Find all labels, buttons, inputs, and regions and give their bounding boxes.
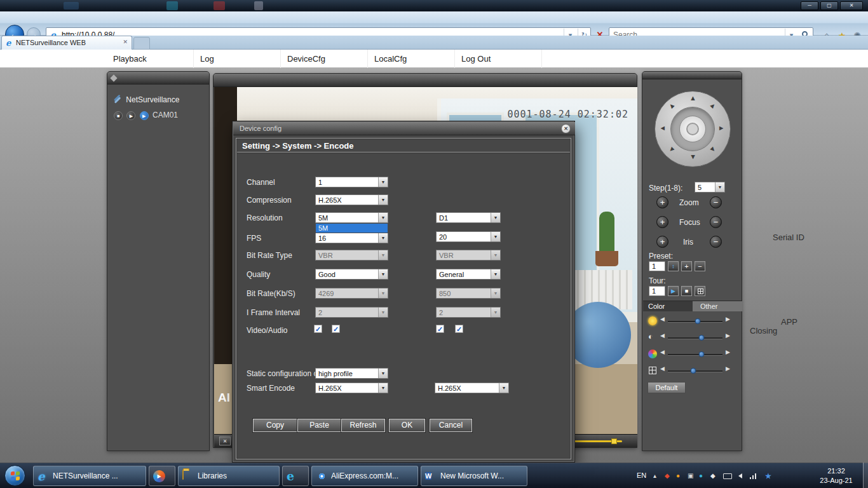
new-tab-button[interactable] xyxy=(133,37,150,50)
preset-goto-button[interactable]: ↕ xyxy=(668,261,679,271)
network-icon[interactable] xyxy=(750,473,757,479)
sharpness-slider[interactable] xyxy=(668,370,722,372)
fps-sub-select[interactable]: 20 ▼ xyxy=(436,231,501,242)
volume-slider[interactable] xyxy=(573,440,622,442)
tour-stop-button[interactable]: ■ xyxy=(681,286,692,296)
resolution-option-selected[interactable]: 5M xyxy=(316,224,388,233)
decrease-icon[interactable]: ◀ xyxy=(660,332,665,339)
combo-arrow-icon[interactable]: ▼ xyxy=(378,269,388,279)
combo-arrow-icon[interactable]: ▼ xyxy=(491,213,500,222)
menu-item-playback[interactable]: Playback xyxy=(107,50,194,68)
quality-select[interactable]: Good ▼ xyxy=(315,269,388,280)
resolution-select[interactable]: 5M ▼ xyxy=(315,212,388,223)
tour-play-button[interactable]: ▶ xyxy=(668,286,679,296)
menu-item-localcfg[interactable]: LocalCfg xyxy=(368,50,455,68)
ptz-up-icon[interactable]: ▲ xyxy=(689,94,696,102)
combo-arrow-icon[interactable]: ▼ xyxy=(715,182,724,192)
channel-select[interactable]: 1 ▼ xyxy=(315,177,388,187)
tray-icon-red[interactable]: ◆ xyxy=(665,472,670,479)
keyboard-icon[interactable] xyxy=(723,473,732,479)
saturation-knob[interactable] xyxy=(699,351,705,357)
taskbar-mediaplayer-button[interactable]: ▶ xyxy=(149,466,175,486)
focus-in-button[interactable]: + xyxy=(656,216,668,228)
increase-icon[interactable]: ▶ xyxy=(726,332,730,339)
menu-item-log[interactable]: Log xyxy=(194,50,281,68)
taskbar-libraries-window[interactable]: Libraries xyxy=(178,466,280,486)
decrease-icon[interactable]: ◀ xyxy=(660,316,665,322)
iris-close-button[interactable]: − xyxy=(710,236,722,248)
volume-slider-knob[interactable] xyxy=(611,438,617,444)
increase-icon[interactable]: ▶ xyxy=(726,316,730,322)
compression-select[interactable]: H.265X ▼ xyxy=(315,194,388,205)
copy-button[interactable]: Copy xyxy=(253,419,297,432)
brightness-slider[interactable] xyxy=(668,321,722,322)
menu-item-logout[interactable]: Log Out xyxy=(455,50,542,68)
increase-icon[interactable]: ▶ xyxy=(726,365,730,372)
taskbar-word-window[interactable]: W New Microsoft W... xyxy=(421,466,527,486)
start-button[interactable] xyxy=(4,465,25,486)
ptz-left-icon[interactable]: ▲ xyxy=(658,125,666,132)
show-desktop-button[interactable] xyxy=(863,463,868,488)
combo-arrow-icon[interactable]: ▼ xyxy=(378,213,388,222)
contrast-slider[interactable] xyxy=(668,337,722,339)
decrease-icon[interactable]: ◀ xyxy=(660,349,665,355)
iris-open-button[interactable]: + xyxy=(656,236,668,248)
refresh-button[interactable]: Refresh xyxy=(341,419,385,432)
tour-input[interactable]: 1 xyxy=(649,286,665,296)
ptz-downleft-icon[interactable]: ▲ xyxy=(666,145,676,155)
tab-close-icon[interactable]: ✕ xyxy=(123,39,128,45)
video-close-button[interactable]: ✕ xyxy=(219,437,231,445)
camera-stream-icon[interactable]: ▶ xyxy=(140,111,149,120)
dialog-close-button[interactable]: ✕ xyxy=(561,124,571,133)
volume-icon[interactable] xyxy=(738,473,742,478)
ptz-downright-icon[interactable]: ▲ xyxy=(708,145,718,155)
taskbar-edge-button[interactable]: e xyxy=(282,466,309,486)
taskbar-chrome-window[interactable]: AliExpress.com:M... xyxy=(311,466,418,486)
preset-input[interactable]: 1 xyxy=(649,261,665,271)
ptz-right-icon[interactable]: ▲ xyxy=(718,125,726,132)
minimize-button[interactable]: ─ xyxy=(801,1,818,10)
sharpness-knob[interactable] xyxy=(691,368,696,374)
video-checkbox[interactable]: ✓ xyxy=(314,325,322,333)
resolution-dropdown-list[interactable]: 5M xyxy=(315,223,388,233)
combo-arrow-icon[interactable]: ▼ xyxy=(378,233,388,243)
resolution-sub-select[interactable]: D1 ▼ xyxy=(436,212,501,223)
camera-stop-icon[interactable]: ■ xyxy=(114,111,123,120)
preset-add-button[interactable]: + xyxy=(681,261,692,271)
default-button[interactable]: Default xyxy=(648,382,686,393)
tree-camera-item[interactable]: ■ ▶ ▶ CAM01 xyxy=(107,107,209,123)
language-indicator[interactable]: EN xyxy=(637,471,646,479)
camera-play-icon[interactable]: ▶ xyxy=(126,111,135,120)
quality-sub-select[interactable]: General ▼ xyxy=(436,269,501,280)
menu-item-devicecfg[interactable]: DeviceCfg xyxy=(281,50,368,68)
contrast-knob[interactable] xyxy=(699,335,705,341)
focus-out-button[interactable]: − xyxy=(710,216,722,228)
tray-icon-gray[interactable]: ▣ xyxy=(688,472,693,479)
zoom-in-button[interactable]: + xyxy=(656,196,668,208)
audio-sub-checkbox[interactable]: ✓ xyxy=(455,325,463,333)
step-select[interactable]: 5 ▼ xyxy=(695,182,725,193)
combo-arrow-icon[interactable]: ▼ xyxy=(378,195,388,205)
preset-remove-button[interactable]: − xyxy=(695,261,705,271)
close-button[interactable]: ✕ xyxy=(840,1,863,10)
cancel-button[interactable]: Cancel xyxy=(430,419,472,432)
decrease-icon[interactable]: ◀ xyxy=(660,365,665,372)
static-config-select[interactable]: high profile ▼ xyxy=(315,368,388,379)
video-sub-checkbox[interactable]: ✓ xyxy=(436,325,444,333)
ptz-upleft-icon[interactable]: ▲ xyxy=(666,100,676,111)
tab-netsurveillance[interactable]: e NETSurveillance WEB ✕ xyxy=(1,36,132,50)
combo-arrow-icon[interactable]: ▼ xyxy=(491,269,500,279)
combo-arrow-icon[interactable]: ▼ xyxy=(491,232,500,241)
combo-arrow-icon[interactable]: ▼ xyxy=(378,369,388,378)
hidden-icons-chevron[interactable]: ▴ xyxy=(653,472,656,479)
brightness-knob[interactable] xyxy=(695,318,701,324)
tour-list-button[interactable] xyxy=(695,286,705,296)
smart-encode-select[interactable]: H.265X ▼ xyxy=(315,383,388,393)
ok-button[interactable]: OK xyxy=(389,419,425,432)
tab-color[interactable]: Color xyxy=(643,301,693,311)
combo-arrow-icon[interactable]: ▼ xyxy=(378,383,388,393)
combo-arrow-icon[interactable]: ▼ xyxy=(499,383,508,393)
dialog-title-bar[interactable]: Device config ✕ xyxy=(233,122,575,135)
combo-arrow-icon[interactable]: ▼ xyxy=(378,177,388,187)
tray-icon-n[interactable]: ★ xyxy=(765,472,771,480)
